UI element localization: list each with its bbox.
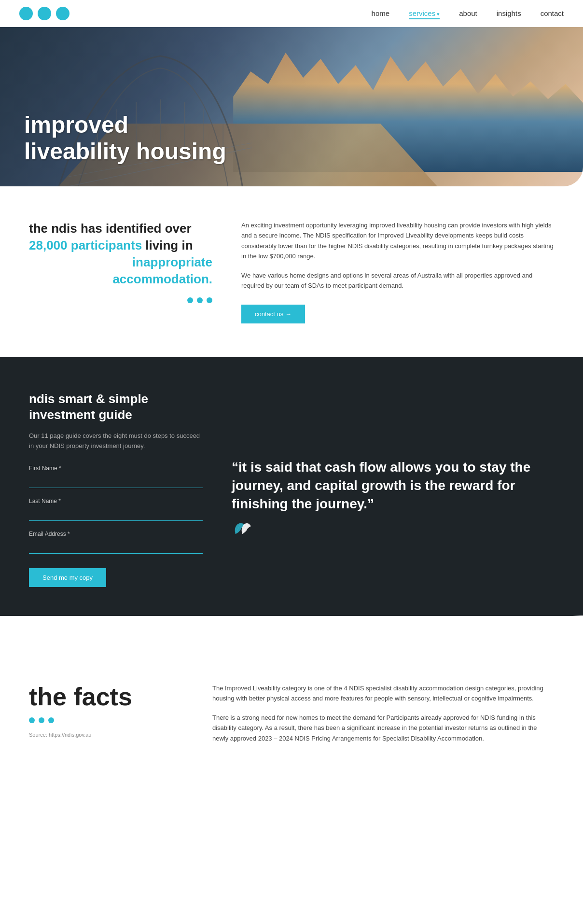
info-heading: the ndis has identified over 28,000 part… <box>29 220 212 288</box>
guide-description: Our 11 page guide covers the eight must … <box>29 431 203 451</box>
form-column: ndis smart & simple investment guide Our… <box>29 391 203 587</box>
info-left: the ndis has identified over 28,000 part… <box>29 220 212 303</box>
investment-quote: “it is said that cash flow allows you to… <box>232 458 554 513</box>
dark-inner: ndis smart & simple investment guide Our… <box>29 391 554 587</box>
logo-dot-3 <box>56 7 69 20</box>
quote-column: “it is said that cash flow allows you to… <box>232 391 554 587</box>
hero-text: improved liveability housing <box>24 112 226 165</box>
facts-left: the facts Source: https://ndis.gov.au <box>29 683 183 738</box>
nav-links: home services about insights contact <box>372 9 564 18</box>
facts-dots <box>29 717 183 723</box>
guide-title: ndis smart & simple investment guide <box>29 391 203 424</box>
dark-section: ndis smart & simple investment guide Our… <box>0 357 583 616</box>
info-dot-2 <box>197 297 203 303</box>
nav-item-insights[interactable]: insights <box>497 9 521 18</box>
send-copy-button[interactable]: Send me my copy <box>29 568 106 587</box>
facts-para-2: There is a strong need for new homes to … <box>212 713 554 743</box>
facts-para-1: The Improved Liveability category is one… <box>212 683 554 704</box>
logo-dot-2 <box>38 7 51 20</box>
dark-bottom <box>29 587 554 616</box>
first-name-input[interactable] <box>29 475 203 488</box>
info-section: the ndis has identified over 28,000 part… <box>0 186 583 357</box>
info-dot-1 <box>187 297 193 303</box>
last-name-group: Last Name * <box>29 498 203 521</box>
facts-dot-1 <box>29 717 35 723</box>
navbar: home services about insights contact <box>0 0 583 27</box>
nav-item-about[interactable]: about <box>459 9 477 18</box>
facts-source: Source: https://ndis.gov.au <box>29 732 183 738</box>
facts-section: the facts Source: https://ndis.gov.au Th… <box>0 649 583 786</box>
info-dots <box>29 297 212 303</box>
logo-dot-1 <box>19 7 33 20</box>
nav-item-home[interactable]: home <box>372 9 390 18</box>
leaf-icon <box>232 522 554 539</box>
email-label: Email Address * <box>29 531 203 537</box>
diagonal-cut <box>0 616 583 649</box>
hero-section: improved liveability housing <box>0 27 583 186</box>
facts-dot-3 <box>48 717 54 723</box>
email-group: Email Address * <box>29 531 203 554</box>
nav-item-services[interactable]: services <box>409 9 440 18</box>
first-name-label: First Name * <box>29 465 203 472</box>
logo <box>19 7 69 20</box>
first-name-group: First Name * <box>29 465 203 488</box>
hero-title: improved liveability housing <box>24 112 226 165</box>
email-input[interactable] <box>29 540 203 554</box>
info-dot-3 <box>207 297 212 303</box>
facts-right: The Improved Liveability category is one… <box>212 683 554 752</box>
nav-item-contact[interactable]: contact <box>541 9 564 18</box>
info-para-2: We have various home designs and options… <box>241 270 554 291</box>
contact-us-button[interactable]: contact us <box>241 305 305 323</box>
facts-dot-2 <box>39 717 44 723</box>
last-name-label: Last Name * <box>29 498 203 504</box>
info-para-1: An exciting investment opportunity lever… <box>241 220 554 262</box>
last-name-input[interactable] <box>29 507 203 521</box>
facts-title: the facts <box>29 683 183 711</box>
info-right: An exciting investment opportunity lever… <box>241 220 554 323</box>
